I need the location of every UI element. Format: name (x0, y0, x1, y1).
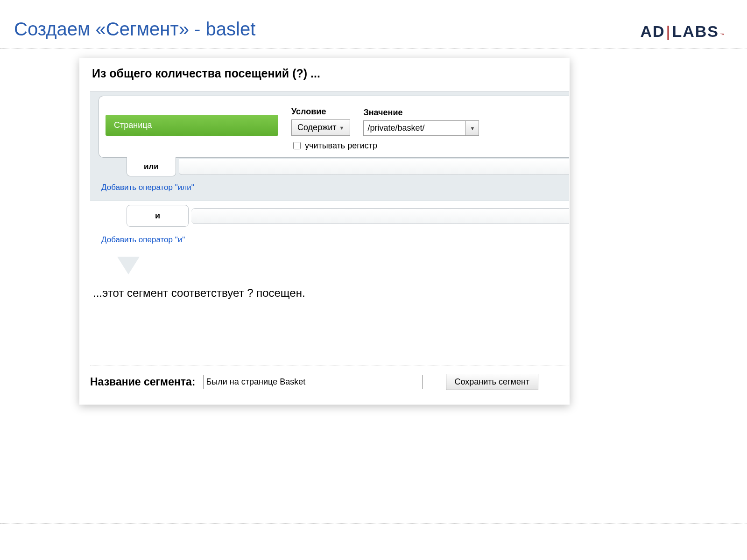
panel-heading: Из общего количества посещений (?) ... (92, 67, 569, 80)
slide-title: Создаем «Сегмент» - baslet (0, 19, 747, 48)
case-sensitive-label: учитывать регистр (305, 141, 377, 151)
dimension-tag[interactable]: Страница (106, 115, 278, 136)
case-sensitive-row: учитывать регистр (291, 140, 569, 151)
logo-tm: ™ (720, 33, 725, 38)
rule-box: Страница Условие Содержит ▼ Значение ▼ (99, 96, 569, 158)
or-tab-row: или (127, 157, 569, 176)
value-dropdown-button[interactable]: ▼ (466, 120, 479, 136)
or-tab-slot[interactable] (179, 159, 569, 175)
add-and-link[interactable]: Добавить оператор "и" (101, 235, 569, 245)
chevron-down-icon: ▼ (339, 125, 344, 131)
rule-row: Страница Условие Содержит ▼ Значение ▼ (106, 103, 569, 136)
result-text: ...этот сегмент соответствует ? посещен. (93, 287, 569, 300)
value-combobox: ▼ (363, 120, 479, 136)
value-input[interactable] (363, 120, 466, 136)
divider-footer (90, 365, 569, 365)
brand-logo: AD|LABS™ (640, 22, 725, 41)
divider-bottom (0, 523, 747, 524)
segment-builder-panel: Из общего количества посещений (?) ... С… (79, 58, 570, 405)
and-tab-slot[interactable] (191, 208, 569, 224)
condition-column: Условие Содержит ▼ (291, 107, 350, 136)
divider-top (0, 48, 747, 49)
save-segment-button[interactable]: Сохранить сегмент (446, 374, 539, 390)
and-group: и Добавить оператор "и" (90, 201, 569, 253)
logo-left: AD (640, 22, 665, 40)
or-tab[interactable]: или (127, 157, 176, 176)
logo-right: LABS (672, 22, 719, 40)
condition-label: Условие (291, 107, 350, 117)
add-or-link[interactable]: Добавить оператор "или" (101, 183, 569, 192)
condition-select[interactable]: Содержит ▼ (291, 119, 350, 136)
and-tab[interactable]: и (127, 205, 189, 227)
footer-row: Название сегмента: Сохранить сегмент (90, 374, 569, 390)
value-column: Значение ▼ (363, 108, 479, 136)
logo-separator: | (665, 22, 672, 40)
segment-name-label: Название сегмента: (90, 376, 196, 388)
arrow-down-icon (117, 257, 140, 274)
or-group: Страница Условие Содержит ▼ Значение ▼ (90, 91, 569, 201)
value-label: Значение (363, 108, 479, 118)
chevron-down-icon: ▼ (470, 126, 475, 131)
and-tab-row: и (127, 205, 569, 227)
condition-value: Содержит (297, 123, 336, 133)
segment-name-input[interactable] (203, 375, 423, 389)
case-sensitive-checkbox[interactable] (293, 142, 301, 149)
